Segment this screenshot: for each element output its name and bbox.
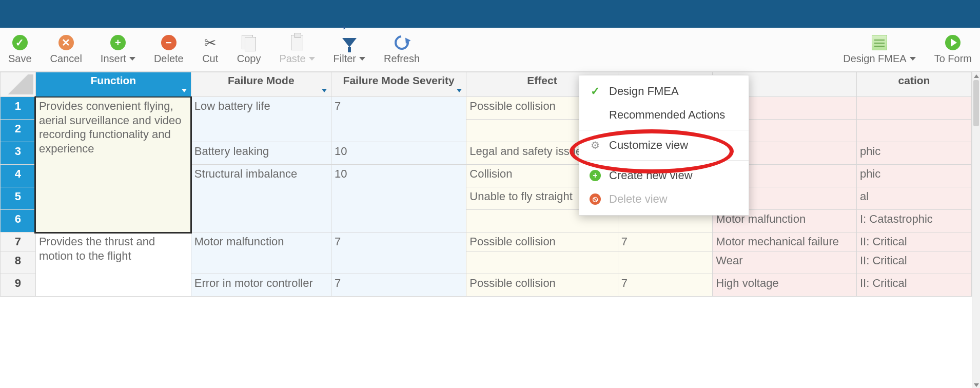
scroll-thumb[interactable] — [973, 80, 979, 126]
funnel-icon — [342, 38, 357, 47]
menu-item-recommended-actions[interactable]: Recommended Actions — [579, 103, 749, 127]
play-icon — [945, 35, 961, 50]
cell[interactable]: I: Catastrophic — [856, 210, 971, 232]
select-all-corner[interactable] — [1, 72, 36, 97]
row-header-2[interactable]: 2 — [1, 120, 36, 142]
caret-down-icon — [309, 57, 315, 61]
arrow-icon: ➜ — [340, 23, 346, 31]
row-header-6[interactable]: 6 — [1, 210, 36, 232]
cell[interactable] — [856, 120, 971, 142]
forbid-icon: ⦸ — [590, 193, 601, 205]
worksheet[interactable]: Function Failure Mode Failure Mode Sever… — [0, 72, 972, 388]
cell[interactable]: II: Critical — [856, 251, 971, 274]
gear-icon: ⚙ — [591, 139, 600, 151]
row-header-5[interactable]: 5 — [1, 187, 36, 210]
menu-item-create-new-view[interactable]: + Create new view — [579, 164, 749, 187]
row-header-7[interactable]: 7 — [1, 232, 36, 251]
cell[interactable]: phic — [856, 142, 971, 165]
cell[interactable] — [466, 251, 618, 274]
cell[interactable]: phic — [856, 165, 971, 187]
filter-icon[interactable] — [182, 89, 187, 92]
caret-down-icon — [129, 57, 135, 61]
cell[interactable]: Motor malfunction — [191, 232, 331, 274]
cell[interactable]: Wear — [713, 251, 857, 274]
row-header-3[interactable]: 3 — [1, 142, 36, 165]
save-button[interactable]: ✓ Save — [8, 34, 32, 65]
app-header-bar — [0, 0, 980, 28]
col-failure-mode[interactable]: Failure Mode — [191, 72, 331, 97]
cell-function-2[interactable]: Provides the thrust and motion to the fl… — [35, 232, 191, 297]
to-form-button[interactable]: To Form — [934, 34, 972, 65]
check-icon: ✓ — [591, 85, 600, 98]
refresh-icon — [391, 32, 411, 52]
cell[interactable]: 7 — [331, 232, 466, 274]
filter-button[interactable]: ➜ Filter — [334, 34, 365, 65]
cell[interactable] — [618, 251, 713, 274]
plus-icon: + — [590, 170, 601, 181]
cell[interactable]: Possible collision — [466, 274, 618, 296]
view-dropdown-menu: ✓ Design FMEA Recommended Actions ⚙ Cust… — [579, 75, 749, 216]
menu-separator — [579, 130, 749, 130]
cell[interactable]: 7 — [331, 97, 466, 142]
refresh-button[interactable]: Refresh — [384, 34, 420, 65]
x-icon: ✕ — [58, 35, 74, 50]
delete-button[interactable]: − Delete — [154, 34, 184, 65]
cell[interactable]: High voltage — [713, 274, 857, 296]
row-header-8[interactable]: 8 — [1, 251, 36, 274]
row-header-4[interactable]: 4 — [1, 165, 36, 187]
cell[interactable]: 7 — [618, 232, 713, 251]
menu-item-customize-view[interactable]: ⚙ Customize view — [579, 133, 749, 157]
copy-button[interactable]: Copy — [237, 34, 261, 65]
view-selector[interactable]: Design FMEA — [843, 34, 915, 65]
spreadsheet-icon — [872, 35, 887, 50]
check-icon: ✓ — [12, 35, 28, 50]
cell[interactable]: 7 — [331, 274, 466, 296]
scroll-up-icon[interactable] — [972, 72, 980, 80]
row-header-9[interactable]: 9 — [1, 274, 36, 296]
cell[interactable]: Motor mechanical failure — [713, 232, 857, 251]
cell[interactable] — [856, 97, 971, 120]
cancel-button[interactable]: ✕ Cancel — [50, 34, 82, 65]
col-classification[interactable]: cation — [856, 72, 971, 97]
col-function[interactable]: Function — [35, 72, 191, 97]
menu-item-delete-view[interactable]: ⦸ Delete view — [579, 187, 749, 211]
row-header-1[interactable]: 1 — [1, 97, 36, 120]
insert-button[interactable]: + Insert — [101, 34, 135, 65]
filter-icon[interactable] — [457, 89, 462, 92]
cell[interactable]: 10 — [331, 165, 466, 232]
cell[interactable]: 7 — [618, 274, 713, 296]
cell[interactable]: al — [856, 187, 971, 210]
minus-icon: − — [161, 35, 177, 50]
scroll-down-icon[interactable] — [972, 381, 980, 388]
menu-separator — [579, 160, 749, 161]
cell[interactable]: Low battery life — [191, 97, 331, 142]
cell[interactable]: Battery leaking — [191, 142, 331, 165]
cell[interactable]: 10 — [331, 142, 466, 165]
caret-down-icon — [359, 57, 365, 61]
paste-button[interactable]: Paste — [279, 34, 315, 65]
cell[interactable]: II: Critical — [856, 232, 971, 251]
filter-icon[interactable] — [322, 89, 327, 92]
scissors-icon: ✂ — [204, 34, 216, 51]
cell[interactable]: II: Critical — [856, 274, 971, 296]
caret-down-icon — [910, 57, 916, 61]
col-failure-mode-severity[interactable]: Failure Mode Severity — [331, 72, 466, 97]
vertical-scrollbar[interactable] — [972, 72, 980, 388]
cut-button[interactable]: ✂ Cut — [202, 34, 219, 65]
plus-icon: + — [110, 35, 126, 50]
clipboard-icon — [291, 35, 303, 50]
copy-icon — [242, 35, 256, 50]
cell-function-1[interactable]: Provides convenient flying, aerial surve… — [35, 97, 191, 232]
cell[interactable]: Possible collision — [466, 232, 618, 251]
cell[interactable]: Structural imbalance — [191, 165, 331, 232]
cell[interactable]: Error in motor controller — [191, 274, 331, 296]
toolbar: ✓ Save ✕ Cancel + Insert − Delete ✂ Cut … — [0, 28, 980, 72]
menu-item-design-fmea[interactable]: ✓ Design FMEA — [579, 80, 749, 103]
